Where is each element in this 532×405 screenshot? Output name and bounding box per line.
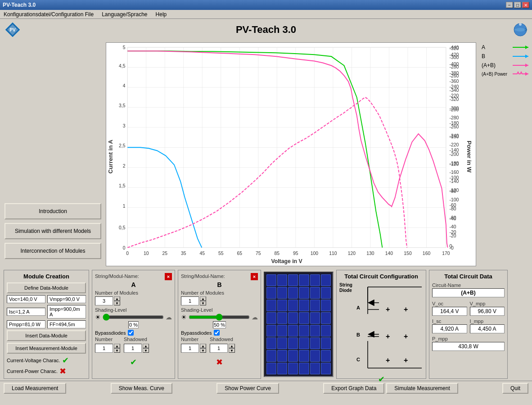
maximize-button[interactable]: □ <box>514 2 521 8</box>
solar-cell <box>299 350 309 362</box>
svg-text:-280: -280 <box>449 114 459 120</box>
interconnection-button[interactable]: Interconnection of Modules <box>5 243 101 259</box>
num-modules-up-A[interactable]: ▲ <box>114 296 120 301</box>
cp-charac-label: Current-Power Charac. <box>7 369 58 374</box>
svg-text:Power in W: Power in W <box>466 141 472 173</box>
circuit-data-title: Total Circuit Data <box>432 273 505 280</box>
shadowed-input-A[interactable] <box>124 344 142 353</box>
svg-text:-220: -220 <box>449 142 459 147</box>
isc-field: Isc=1,2 A <box>7 308 45 316</box>
solar-cell <box>288 350 298 362</box>
number-up-A[interactable]: ▲ <box>114 344 120 348</box>
export-graph-data-button[interactable]: Export Graph Data <box>323 383 384 394</box>
shading-slider-A[interactable] <box>103 314 164 320</box>
show-power-curve-button[interactable]: Show Power Curve <box>216 383 279 394</box>
menu-konfiguration[interactable]: Konfigurationsdatei/Configuration File <box>2 11 95 18</box>
impp-data-field: I_mpp 4,450 A <box>470 319 505 333</box>
number-up-B[interactable]: ▲ <box>200 344 206 348</box>
num-modules-down-B[interactable]: ▼ <box>200 301 206 305</box>
bottom-area: Module Creation Define Data-Module Voc=1… <box>0 268 532 381</box>
shadowed-input-row-A: ▲ ▼ <box>124 344 149 353</box>
isc-data-value: 4,920 A <box>432 324 467 333</box>
shading-slider-row-A: ☀ ☁ <box>95 314 172 321</box>
solar-cell <box>277 287 287 299</box>
num-modules-row-A: ▲ ▼ <box>95 296 172 305</box>
num-modules-down-A[interactable]: ▼ <box>114 301 120 305</box>
solar-cell <box>310 312 320 324</box>
legend-line-AplusB <box>513 63 528 68</box>
legend-label-AplusBPower: (A+B) Power <box>482 72 507 77</box>
menu-help[interactable]: Help <box>154 11 169 18</box>
delete-A-button[interactable]: × <box>165 273 172 280</box>
number-input-A[interactable] <box>95 344 113 353</box>
load-measurement-button[interactable]: Load Measurement <box>4 383 66 394</box>
bypass-label-A: Bypassdiodes <box>95 330 126 336</box>
help-icon[interactable] <box>513 23 527 37</box>
num-modules-input-A[interactable] <box>95 296 113 305</box>
impp-data-value: 4,450 A <box>470 324 505 333</box>
sun-icon-B: ☀ <box>181 314 187 321</box>
close-button[interactable]: ✕ <box>522 2 529 8</box>
svg-text:-140: -140 <box>449 178 459 184</box>
solar-cell <box>288 337 298 349</box>
svg-text:+: + <box>386 356 390 364</box>
minimize-button[interactable]: − <box>506 2 513 8</box>
solar-cell <box>310 337 320 349</box>
delete-B-button[interactable]: × <box>251 273 258 280</box>
quit-button[interactable]: Quit <box>502 383 528 394</box>
svg-text:-380: -380 <box>449 70 459 75</box>
solar-cell <box>277 274 287 286</box>
svg-text:170: 170 <box>442 250 450 255</box>
shadowed-up-B[interactable]: ▲ <box>229 344 235 348</box>
solar-cell <box>299 337 309 349</box>
svg-text:3: 3 <box>123 123 126 128</box>
define-data-module-button[interactable]: Define Data-Module <box>7 282 86 293</box>
number-down-A[interactable]: ▼ <box>114 348 120 353</box>
svg-text:Voltage in V: Voltage in V <box>271 258 302 264</box>
solar-cell <box>299 300 309 311</box>
bypass-checkbox-A[interactable] <box>128 330 134 336</box>
svg-text:45: 45 <box>199 250 205 255</box>
chart-container: 0 10 25 35 45 55 65 75 85 95 100 110 120… <box>106 42 476 266</box>
simulation-label: Simulation with different Models <box>15 228 91 234</box>
svg-text:-200: -200 <box>449 151 459 156</box>
svg-point-4 <box>519 23 522 26</box>
svg-text:100: 100 <box>311 250 318 255</box>
introduction-button[interactable]: Introduction <box>5 203 101 219</box>
num-shadowed-row-B: Number ▲ ▼ Shadowed ▲ <box>181 337 258 355</box>
menu-language[interactable]: Language/Sprache <box>100 11 149 18</box>
insert-data-module-button[interactable]: Insert Data-Module <box>7 330 86 341</box>
shadowed-down-B[interactable]: ▼ <box>229 348 235 353</box>
insert-measurement-module-button[interactable]: Insert Measurement-Module <box>7 343 86 354</box>
simulate-measurement-button[interactable]: Simulate Measurement <box>386 383 458 394</box>
shadowed-input-B[interactable] <box>210 344 228 353</box>
solar-cell <box>266 337 276 349</box>
legend-panel: A B (A+B) (A+B <box>478 41 532 268</box>
shadowed-down-A[interactable]: ▼ <box>143 348 149 353</box>
number-down-B[interactable]: ▼ <box>200 348 206 353</box>
simulation-button[interactable]: Simulation with different Models <box>5 223 101 239</box>
num-modules-label-A: Number of Modules <box>95 290 172 296</box>
svg-text:25: 25 <box>162 250 167 255</box>
shading-slider-B[interactable] <box>189 314 250 320</box>
show-meas-curve-button[interactable]: Show Meas. Curve <box>111 383 172 394</box>
pmpp-ff-row: Pmpp=81,0 W FF=494,5m <box>7 320 86 328</box>
svg-text:150: 150 <box>404 250 411 255</box>
num-modules-up-B[interactable]: ▲ <box>200 296 206 301</box>
number-label-A: Number <box>95 337 120 342</box>
solar-cell <box>310 287 320 299</box>
cv-charac-label: Current-Voltage Charac. <box>7 358 60 363</box>
number-input-row-A: ▲ ▼ <box>95 344 120 353</box>
bypass-checkbox-B[interactable] <box>214 330 220 336</box>
number-col-A: Number ▲ ▼ <box>95 337 120 355</box>
cloud-icon-A: ☁ <box>166 314 172 321</box>
num-modules-input-B[interactable] <box>181 296 199 305</box>
svg-text:2: 2 <box>123 163 126 168</box>
svg-text:+: + <box>386 332 390 340</box>
cross-icon-B: ✖ <box>216 358 223 367</box>
number-input-B[interactable] <box>181 344 199 353</box>
num-modules-row-B: ▲ ▼ <box>181 296 258 305</box>
solar-cell <box>288 274 298 286</box>
svg-text:1,5: 1,5 <box>119 183 125 188</box>
shadowed-up-A[interactable]: ▲ <box>143 344 149 348</box>
